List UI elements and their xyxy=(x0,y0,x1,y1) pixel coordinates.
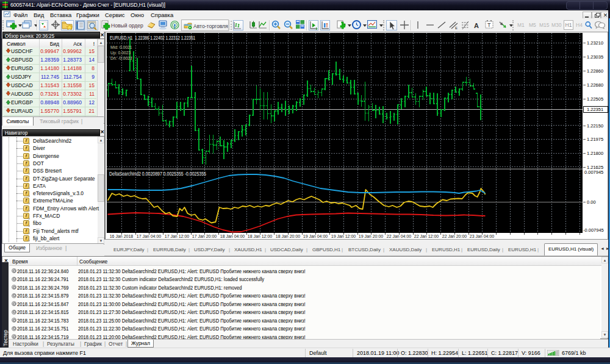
svg-text:T: T xyxy=(487,22,491,28)
svg-text:E: E xyxy=(455,26,458,30)
